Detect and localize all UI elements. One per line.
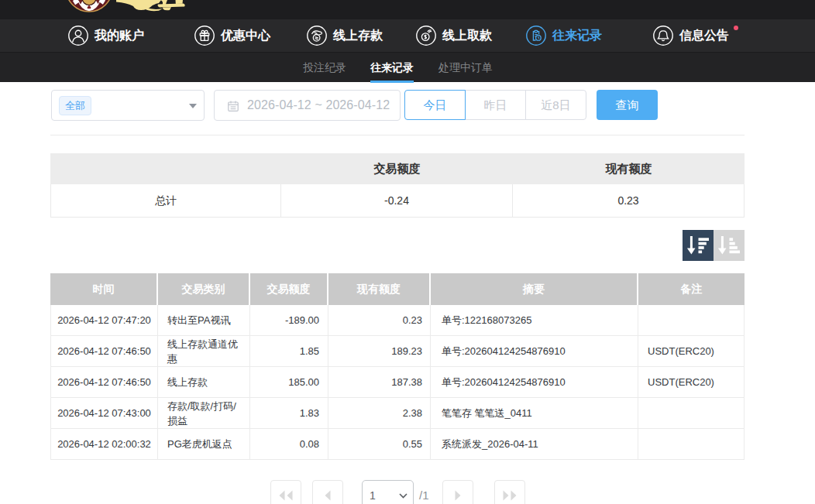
table-row: 2026-04-12 07:47:20转出至PA视讯-189.000.23单号:… — [50, 305, 745, 336]
calendar-icon — [227, 100, 239, 112]
cell-text: -189.00 — [285, 314, 319, 326]
cell-text: 笔笔存 笔笔送_0411 — [442, 406, 532, 420]
topbar — [0, 0, 815, 19]
summary-header-transaction: 交易额度 — [281, 153, 513, 184]
cell-remark — [638, 398, 745, 428]
cell-amount: 0.08 — [250, 429, 328, 459]
cell-text: 单号:202604124254876910 — [442, 375, 566, 389]
first-page-button[interactable] — [270, 480, 301, 504]
today-button[interactable]: 今日 — [404, 90, 466, 120]
nav-item-announcements[interactable]: 信息公告 — [653, 19, 729, 52]
cell-amount: 1.85 — [250, 336, 328, 366]
cell-amount: 185.00 — [250, 367, 328, 397]
divider — [50, 135, 745, 135]
nav-item-label: 优惠中心 — [221, 28, 270, 44]
next-page-button[interactable] — [442, 480, 473, 504]
cell-time: 2026-04-12 07:46:50 — [50, 336, 158, 366]
cell-type: 线上存款 — [158, 367, 250, 397]
cell-text: 2026-04-12 02:00:32 — [57, 438, 151, 450]
summary-balance-total: 0.23 — [513, 184, 745, 218]
cell-remark — [638, 305, 745, 335]
nav-item-label: 线上取款 — [442, 28, 492, 44]
cell-time: 2026-04-12 02:00:32 — [50, 429, 158, 459]
type-select-chip[interactable]: 全部 — [59, 96, 91, 115]
query-button[interactable]: 查询 — [597, 90, 658, 120]
cell-summary: 系统派发_2026-04-11 — [431, 429, 638, 459]
nav-item-promotions[interactable]: 优惠中心 — [194, 19, 270, 52]
records-icon — [526, 26, 546, 46]
table-row: 2026-04-12 07:43:00存款/取款/打码/损益1.832.38笔笔… — [50, 398, 745, 429]
date-range-value: 2026-04-12 ~ 2026-04-12 — [247, 91, 390, 120]
previous-page-button[interactable] — [312, 480, 343, 504]
cell-text: 存款/取款/打码/损益 — [167, 399, 240, 428]
column-header-type: 交易类别 — [158, 273, 250, 305]
cell-summary: 单号:202604124254876910 — [431, 336, 638, 366]
notification-dot — [734, 26, 738, 30]
cell-balance: 189.23 — [328, 336, 431, 366]
yesterday-button[interactable]: 昨日 — [465, 90, 526, 120]
brand-logo[interactable] — [68, 0, 200, 19]
chevron-down-icon — [189, 104, 197, 108]
cell-text: 单号:202604124254876910 — [442, 345, 566, 358]
cell-remark: USDT(ERC20) — [638, 367, 745, 397]
cell-amount: 1.83 — [250, 398, 328, 428]
cell-text: USDT(ERC20) — [648, 345, 714, 357]
nav-item-my-account[interactable]: 我的账户 — [68, 19, 144, 52]
cell-balance: 2.38 — [328, 398, 431, 428]
nav-item-online-deposit[interactable]: 线上存款 — [307, 19, 383, 52]
page-total-label: /1 — [419, 480, 429, 504]
cell-text: 0.23 — [403, 314, 422, 326]
withdraw-icon — [416, 26, 436, 46]
nav-item-label: 往来记录 — [552, 28, 602, 44]
tab-betting-records[interactable]: 投注纪录 — [298, 53, 351, 83]
summary-total-row: 总计 -0.24 0.23 — [50, 184, 745, 218]
chevron-down-icon — [399, 493, 408, 499]
column-header-time: 时间 — [50, 273, 158, 305]
summary-transaction-total: -0.24 — [281, 184, 513, 218]
sort-descending-button[interactable] — [683, 230, 714, 261]
last-8-days-button[interactable]: 近8日 — [525, 90, 586, 120]
gift-icon — [194, 26, 215, 46]
cell-remark: USDT(ERC20) — [638, 336, 745, 366]
cell-text: 单号:122168073265 — [442, 314, 531, 327]
cell-balance: 0.55 — [328, 429, 431, 459]
date-range-input[interactable]: 2026-04-12 ~ 2026-04-12 — [214, 90, 401, 121]
cell-text: 2.38 — [403, 407, 422, 419]
first-page-icon — [277, 489, 294, 502]
type-select[interactable]: 全部 — [51, 90, 205, 121]
summary-header-balance: 现有额度 — [513, 153, 745, 184]
quick-date-buttons: 今日 昨日 近8日 — [404, 90, 586, 120]
tab-transaction-records[interactable]: 往来记录 — [370, 53, 414, 83]
cell-amount: -189.00 — [250, 305, 328, 335]
tab-processing-orders[interactable]: 处理中订单 — [436, 53, 495, 83]
column-header-amount: 交易额度 — [250, 273, 328, 305]
cell-type: 线上存款通道优惠 — [158, 336, 250, 366]
cell-text: 189.23 — [391, 345, 422, 357]
page-select[interactable]: 1 — [362, 480, 414, 504]
cell-text: 系统派发_2026-04-11 — [442, 437, 538, 451]
nav-item-label: 我的账户 — [95, 28, 144, 44]
sort-ascending-button[interactable] — [714, 230, 745, 261]
nav-item-online-withdrawal[interactable]: 线上取款 — [416, 19, 492, 52]
cell-text: 1.85 — [300, 345, 319, 357]
records-table-body: 2026-04-12 07:47:20转出至PA视讯-189.000.23单号:… — [50, 305, 745, 460]
page: 我的账户 优惠中心 线上存款 — [0, 0, 815, 504]
last-page-button[interactable] — [494, 480, 525, 504]
table-row: 2026-04-12 07:46:50线上存款185.00187.38单号:20… — [50, 367, 745, 398]
previous-page-icon — [323, 489, 332, 502]
cell-text: 0.55 — [403, 438, 422, 450]
cell-time: 2026-04-12 07:47:20 — [50, 305, 158, 335]
cell-remark — [638, 429, 745, 459]
column-header-summary: 摘要 — [431, 273, 638, 305]
cell-summary: 单号:122168073265 — [431, 305, 638, 335]
cell-type: 转出至PA视讯 — [158, 305, 250, 335]
table-row: 2026-04-12 07:46:50线上存款通道优惠1.85189.23单号:… — [50, 336, 745, 367]
summary-table: 交易额度 现有额度 总计 -0.24 0.23 — [50, 153, 745, 218]
nav-item-label: 信息公告 — [679, 28, 729, 44]
cell-text: 转出至PA视讯 — [167, 313, 230, 327]
main-navigation: 我的账户 优惠中心 线上存款 — [0, 19, 815, 52]
bell-icon — [653, 26, 673, 46]
nav-item-transaction-records[interactable]: 往来记录 — [526, 19, 602, 52]
page-select-value: 1 — [370, 481, 376, 504]
cell-summary: 单号:202604124254876910 — [431, 367, 638, 397]
